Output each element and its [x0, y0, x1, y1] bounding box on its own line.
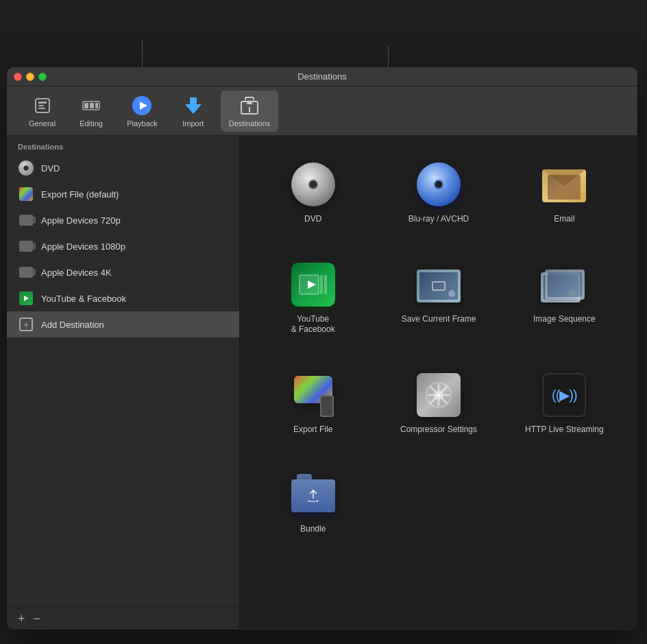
traffic-lights	[14, 73, 47, 81]
general-label: General	[29, 119, 56, 128]
svg-rect-3	[38, 108, 45, 109]
playback-label: Playback	[127, 119, 158, 128]
export-file-grid-icon	[289, 371, 337, 419]
bundle-grid-label: Bundle	[300, 524, 326, 535]
grid-item-email[interactable]: Email	[505, 150, 624, 236]
sidebar-item-1080p-label: Apple Devices 1080p	[41, 241, 125, 252]
svg-rect-20	[320, 275, 323, 294]
sidebar-item-youtube-label: YouTube & Facebook	[41, 294, 126, 304]
add-destination-button[interactable]: +	[14, 612, 29, 625]
compressor-grid-icon	[415, 371, 463, 419]
sidebar-item-dvd-label: DVD	[41, 163, 60, 174]
export-sidebar-icon	[18, 186, 34, 202]
export-file-grid-label: Export File	[293, 425, 332, 436]
editing-label: Editing	[80, 119, 103, 128]
svg-rect-2	[38, 105, 44, 106]
http-grid-label: HTTP Live Streaming	[525, 425, 604, 436]
editing-icon	[80, 95, 102, 117]
compressor-grid-label: Compressor Settings	[400, 425, 477, 436]
grid-item-export-file[interactable]: Export File	[254, 360, 372, 446]
sidebar-item-dvd[interactable]: DVD	[7, 155, 239, 181]
dvd-grid-icon	[289, 160, 337, 208]
bluray-grid-icon	[415, 160, 463, 208]
sidebar-list: DVD Export File (default) Apple Devices …	[7, 155, 239, 608]
svg-rect-7	[95, 103, 98, 108]
titlebar: Destinations	[7, 67, 637, 86]
toolbar-item-editing[interactable]: Editing	[71, 91, 112, 132]
import-icon	[182, 95, 204, 117]
svg-marker-10	[185, 97, 202, 114]
import-label: Import	[182, 119, 204, 128]
sidebar-item-apple-1080p[interactable]: Apple Devices 1080p	[7, 233, 239, 259]
svg-rect-1	[38, 102, 47, 104]
sidebar-item-export-file[interactable]: Export File (default)	[7, 181, 239, 207]
callout-line-2	[388, 47, 389, 69]
dvd-grid-label: DVD	[304, 214, 321, 225]
toolbar-item-playback[interactable]: Playback	[119, 91, 166, 132]
sidebar-footer: + −	[7, 608, 239, 629]
svg-rect-21	[324, 275, 327, 294]
device-720p-icon	[18, 212, 34, 228]
remove-destination-button[interactable]: −	[29, 612, 45, 625]
callout-line-1	[142, 40, 143, 69]
grid-item-bundle[interactable]: Bundle	[254, 460, 372, 546]
bluray-grid-label: Blu-ray / AVCHD	[408, 214, 469, 225]
toolbar-item-general[interactable]: General	[21, 91, 64, 132]
dvd-sidebar-icon	[18, 160, 34, 176]
email-grid-label: Email	[554, 214, 574, 225]
svg-rect-5	[84, 103, 88, 108]
main-window: Destinations General	[7, 67, 637, 630]
general-icon	[32, 95, 53, 117]
save-frame-grid-label: Save Current Frame	[402, 314, 476, 325]
add-sidebar-icon: +	[18, 316, 34, 333]
sidebar-item-apple-4k[interactable]: Apple Devices 4K	[7, 259, 239, 285]
bundle-grid-icon	[289, 470, 337, 518]
close-button[interactable]	[14, 73, 22, 81]
youtube-grid-label: YouTube& Facebook	[291, 314, 335, 335]
grid-item-image-seq[interactable]: Image Sequence	[505, 250, 624, 346]
destinations-grid: DVD Blu-ray / AVCHD	[254, 150, 624, 546]
callout-drag: Drag a destinationto the Destinations li…	[370, 7, 474, 38]
image-seq-grid-icon	[540, 261, 588, 309]
youtube-sidebar-icon	[18, 290, 34, 307]
sidebar-item-add-label: Add Destination	[41, 320, 104, 330]
grid-item-dvd[interactable]: DVD	[254, 150, 372, 236]
sidebar-item-apple-720p[interactable]: Apple Devices 720p	[7, 207, 239, 233]
grid-item-http[interactable]: ((▶)) HTTP Live Streaming	[505, 360, 624, 446]
grid-item-bluray[interactable]: Blu-ray / AVCHD	[379, 150, 498, 236]
window-title: Destinations	[297, 71, 347, 82]
toolbar: General Editing Playback	[7, 86, 637, 136]
save-frame-grid-icon	[415, 261, 463, 309]
callout-destinations-list: Destinations list	[89, 24, 161, 36]
grid-panel: DVD Blu-ray / AVCHD	[240, 136, 637, 629]
sidebar-item-export-label: Export File (default)	[41, 189, 119, 200]
main-content: Destinations DVD Export File (default)	[7, 136, 637, 629]
sidebar-item-720p-label: Apple Devices 720p	[41, 215, 121, 226]
grid-item-compressor[interactable]: Compressor Settings	[379, 360, 498, 446]
destinations-label: Destinations	[229, 119, 271, 128]
minimize-button[interactable]	[26, 73, 34, 81]
svg-rect-6	[90, 103, 94, 108]
sidebar-header: Destinations	[7, 136, 239, 155]
http-grid-icon: ((▶))	[540, 371, 588, 419]
grid-item-youtube[interactable]: YouTube& Facebook	[254, 250, 372, 346]
youtube-grid-icon	[289, 261, 337, 309]
destinations-icon	[239, 95, 260, 117]
toolbar-item-import[interactable]: Import	[173, 91, 214, 132]
maximize-button[interactable]	[38, 73, 47, 81]
playback-icon	[131, 95, 153, 117]
grid-item-save-frame[interactable]: Save Current Frame	[379, 250, 498, 346]
image-seq-grid-label: Image Sequence	[533, 314, 596, 325]
svg-marker-17	[24, 296, 29, 301]
sidebar: Destinations DVD Export File (default)	[7, 136, 240, 629]
svg-point-27	[435, 391, 443, 399]
sidebar-item-youtube[interactable]: YouTube & Facebook	[7, 285, 239, 311]
device-4k-icon	[18, 264, 34, 281]
device-1080p-icon	[18, 238, 34, 254]
email-grid-icon	[540, 160, 588, 208]
sidebar-item-add[interactable]: + Add Destination	[7, 311, 239, 337]
sidebar-item-4k-label: Apple Devices 4K	[41, 267, 112, 278]
toolbar-item-destinations[interactable]: Destinations	[221, 91, 279, 132]
